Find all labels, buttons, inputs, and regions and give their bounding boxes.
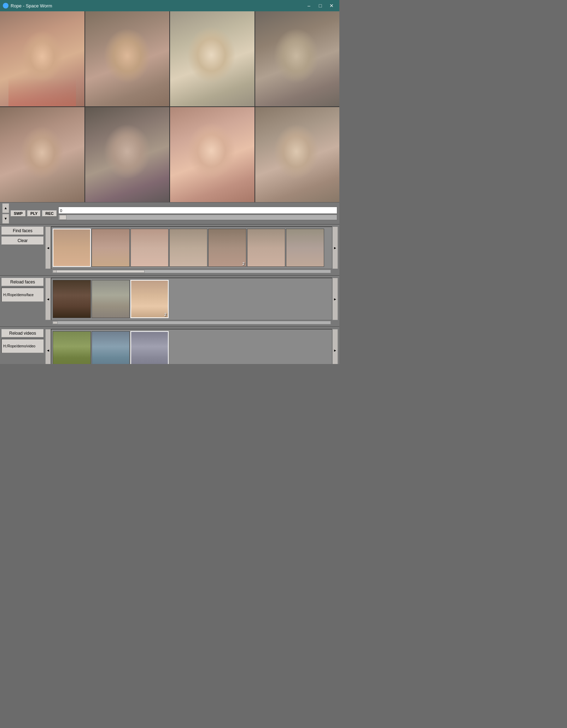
preview-cell-1 xyxy=(0,11,84,106)
face-finder-controls: Find faces Clear xyxy=(1,227,44,274)
main-image-grid xyxy=(0,11,339,202)
source-face-thumb-3[interactable]: 2 xyxy=(130,280,169,318)
face-strip-scroll-left[interactable]: ◄ xyxy=(45,227,51,269)
face-finder-section: Find faces Clear ◄ xyxy=(0,225,339,275)
face-thumb-4[interactable] xyxy=(169,229,207,267)
preview-cell-4 xyxy=(255,11,340,106)
video-thumb-3-num: 2 xyxy=(164,364,166,364)
video-thumb-3[interactable]: 2 xyxy=(130,331,169,364)
source-face-thumb-2[interactable] xyxy=(92,280,130,318)
face-thumb-1[interactable] xyxy=(53,229,91,267)
videos-section: Reload videos H:/Rope/demo/video ◄ 2 xyxy=(0,327,339,364)
source-face-thumb-1[interactable] xyxy=(53,280,91,318)
source-faces-scroll-left[interactable]: ◄ xyxy=(45,278,51,320)
minimize-button[interactable]: – xyxy=(304,2,314,10)
maximize-button[interactable]: □ xyxy=(315,2,325,10)
source-face-thumb-3-num: 2 xyxy=(164,312,166,317)
preview-cell-5 xyxy=(0,107,84,202)
source-faces-scroll-right[interactable]: ► xyxy=(332,278,338,320)
videos-container: 2 xyxy=(51,330,170,364)
swp-button[interactable]: SWP xyxy=(11,210,26,217)
preview-cell-2 xyxy=(85,11,170,106)
face-thumb-5[interactable]: 2 xyxy=(208,229,246,267)
videos-path-display: H:/Rope/demo/video xyxy=(1,339,44,353)
find-faces-button[interactable]: Find faces xyxy=(1,227,44,235)
timeline-track[interactable] xyxy=(58,215,337,220)
arrow-up-button[interactable]: ▲ xyxy=(2,203,9,213)
clear-button[interactable]: Clear xyxy=(1,236,44,245)
window-controls: – □ ✕ xyxy=(304,2,337,10)
source-faces-section: Reload faces H:/Rope/demo/face ◄ 2 xyxy=(0,276,339,327)
reload-faces-button[interactable]: Reload faces xyxy=(1,278,44,286)
arrow-down-button[interactable]: ▼ xyxy=(2,214,9,224)
video-thumb-1[interactable] xyxy=(53,331,91,364)
faces-path-display: H:/Rope/demo/face xyxy=(1,288,44,302)
videos-scroll-right[interactable]: ► xyxy=(332,329,338,364)
timeline-thumb[interactable] xyxy=(59,215,66,220)
timeline-slider-area: 0 xyxy=(58,207,337,220)
source-faces-container: 2 xyxy=(51,278,170,319)
rec-button[interactable]: REC xyxy=(42,210,57,217)
ply-button[interactable]: PLY xyxy=(27,210,41,217)
preview-cell-6 xyxy=(85,107,170,202)
window-title: Rope - Space Worm xyxy=(11,3,304,8)
face-thumb-5-num: 2 xyxy=(242,262,245,266)
source-faces-controls: Reload faces H:/Rope/demo/face xyxy=(1,278,44,325)
face-strip-scroll-area[interactable]: 2 xyxy=(51,227,332,269)
close-button[interactable]: ✕ xyxy=(327,2,337,10)
face-thumb-2[interactable] xyxy=(92,229,130,267)
face-strip-container: 2 xyxy=(51,227,326,268)
arrow-buttons: ▲ ▼ xyxy=(2,203,9,224)
slider-value-display: 0 xyxy=(58,207,337,214)
reload-videos-button[interactable]: Reload videos xyxy=(1,329,44,337)
videos-scroll-area[interactable]: 2 xyxy=(51,329,332,364)
face-strip-scroll-right[interactable]: ► xyxy=(332,227,338,269)
source-faces-scroll-area[interactable]: 2 xyxy=(51,278,332,320)
face-thumb-3[interactable] xyxy=(130,229,169,267)
face-thumb-6[interactable] xyxy=(247,229,285,267)
title-bar: Rope - Space Worm – □ ✕ xyxy=(0,0,339,11)
preview-cell-8 xyxy=(255,107,340,202)
video-thumb-2[interactable] xyxy=(92,331,130,364)
videos-controls: Reload videos H:/Rope/demo/video xyxy=(1,329,44,364)
videos-scroll-left[interactable]: ◄ xyxy=(45,329,51,364)
preview-cell-7 xyxy=(170,107,255,202)
playback-control-bar: ▲ ▼ SWP PLY REC 0 xyxy=(0,202,339,224)
face-thumb-7[interactable] xyxy=(286,229,324,267)
app-icon xyxy=(3,3,8,8)
preview-cell-3 xyxy=(170,11,255,106)
